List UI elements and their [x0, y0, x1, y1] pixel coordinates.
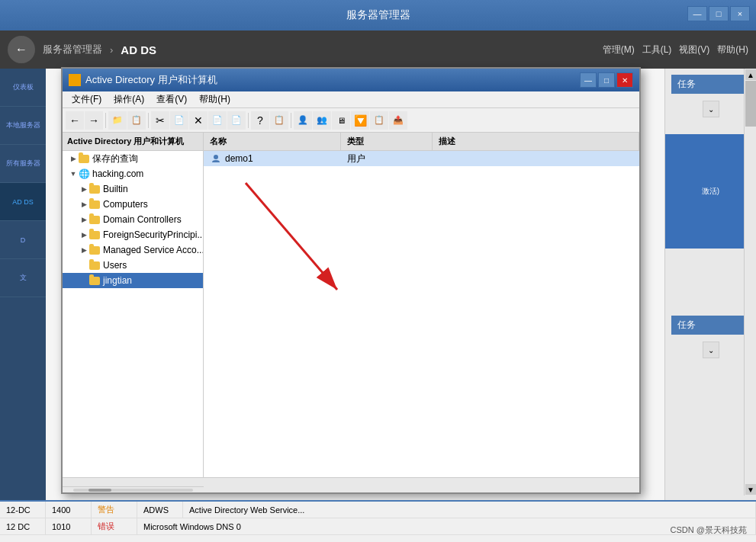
col-header-name[interactable]: 名称 [204, 133, 341, 150]
bg-vertical-scrollbar[interactable]: ▲ ▼ [744, 69, 756, 495]
row-name-demo1: demo1 [204, 152, 341, 165]
tree-label-jingtian: jingtian [103, 275, 132, 286]
toolbar-paste[interactable]: 📄 [170, 111, 188, 130]
svg-point-0 [214, 155, 218, 159]
status-row-1: 12-DC 1400 警告 ADWS Active Directory Web … [0, 502, 756, 518]
tree-icon-domain-controllers [88, 213, 101, 226]
bg-close-button[interactable]: × [730, 6, 750, 21]
ad-minimize-button[interactable]: — [580, 72, 597, 88]
tree-label-managed-service: Managed Service Acco... [103, 245, 204, 255]
scrollbar-up[interactable]: ▲ [745, 69, 756, 80]
watermark: CSDN @景天科技苑 [671, 524, 747, 536]
scrollbar-thumb-bg[interactable] [745, 81, 756, 127]
ad-title-left: Active Directory 用户和计算机 [69, 73, 217, 87]
status-cell-1010: 1010 [46, 518, 92, 534]
toolbar-copy[interactable]: 📋 [127, 111, 146, 130]
toolbar-sep-4 [291, 113, 291, 128]
bg-maximize-button[interactable]: □ [709, 6, 729, 21]
sidebar-item-ad[interactable]: AD DS [0, 183, 46, 221]
bg-window-controls: — □ × [687, 6, 750, 21]
toolbar-add-computer[interactable]: 🖥 [332, 111, 350, 130]
ad-maximize-button[interactable]: □ [598, 72, 615, 88]
server-manager-title: 服务器管理器 [346, 8, 410, 22]
menu-view[interactable]: 查看(V) [150, 91, 193, 107]
bg-minimize-button[interactable]: — [687, 6, 707, 21]
toolbar-sep-3 [248, 113, 249, 128]
nav-tools[interactable]: 工具(L) [642, 43, 672, 56]
back-button[interactable]: ← [8, 36, 35, 63]
tree-icon-builtin [88, 183, 101, 195]
sidebar-item-all[interactable]: 所有服务器 [0, 145, 46, 183]
toolbar-back[interactable]: ← [66, 111, 84, 130]
sidebar-item-local[interactable]: 本地服务器 [0, 107, 46, 145]
sidebar-item-dns[interactable]: D [0, 221, 46, 259]
ad-dialog-title-bar: Active Directory 用户和计算机 — □ ✕ [63, 69, 639, 91]
ad-tree-panel: Active Directory 用户和计算机 ▶ 保存的查询 ▼ 🌐 hack… [63, 133, 204, 477]
tree-expand-users [79, 261, 88, 270]
col-header-type[interactable]: 类型 [341, 133, 433, 150]
status-cell-warning: 警告 [92, 502, 137, 518]
toolbar-add-group[interactable]: 👥 [313, 111, 331, 130]
tree-label-builtin: Builtin [103, 184, 128, 194]
tree-expand-computers[interactable]: ▶ [79, 200, 88, 209]
tree-expand-managed-service[interactable]: ▶ [79, 245, 88, 255]
tree-item-foreign-security[interactable]: ▶ ForeignSecurityPrincipi... [63, 227, 203, 242]
sidebar-item-file[interactable]: 文 [0, 259, 46, 297]
tree-icon-users [88, 259, 101, 271]
task-expand-top[interactable]: ⌄ [703, 101, 719, 117]
tree-item-computers[interactable]: ▶ Computers [63, 197, 203, 212]
sidebar-item-dashboard[interactable]: 仪表板 [0, 69, 46, 107]
toolbar-cut[interactable]: ✂ [151, 111, 169, 130]
tree-item-saved-queries[interactable]: ▶ 保存的查询 [63, 151, 203, 166]
toolbar-filter[interactable]: 🔽 [351, 111, 369, 130]
tree-label-saved-queries: 保存的查询 [92, 152, 138, 165]
nav-view[interactable]: 视图(V) [679, 43, 709, 56]
toolbar-sync[interactable]: 📋 [370, 111, 388, 130]
toolbar-properties[interactable]: 📄 [208, 111, 227, 130]
table-row[interactable]: demo1 用户 [204, 151, 639, 166]
toolbar-forward[interactable]: → [85, 111, 103, 130]
nav-adds: AD DS [121, 43, 156, 56]
toolbar-help[interactable]: ? [251, 111, 269, 130]
nav-manage[interactable]: 管理(M) [603, 43, 635, 56]
tree-expand-builtin[interactable]: ▶ [79, 184, 88, 194]
tree-header: Active Directory 用户和计算机 [63, 133, 203, 151]
toolbar-find[interactable]: 📋 [270, 111, 288, 130]
status-cell-dc: 12-DC [0, 502, 46, 518]
tree-expand-saved-queries[interactable]: ▶ [69, 154, 78, 163]
menu-help[interactable]: 帮助(H) [193, 91, 236, 107]
scrollbar-down[interactable]: ▼ [745, 484, 756, 495]
status-cell-error: 错误 [92, 518, 137, 534]
tree-expand-hacking-com[interactable]: ▼ [69, 169, 78, 178]
tree-item-builtin[interactable]: ▶ Builtin [63, 181, 203, 197]
tree-item-hacking-com[interactable]: ▼ 🌐 hacking.com [63, 166, 203, 181]
tree-item-jingtian[interactable]: jingtian [63, 273, 203, 288]
tree-item-managed-service[interactable]: ▶ Managed Service Acco... [63, 242, 203, 258]
server-manager-nav-bar: ← 服务器管理器 › AD DS 管理(M) 工具(L) 视图(V) 帮助(H) [0, 30, 756, 69]
status-row-2: 12 DC 1010 错误 Microsoft Windows DNS 0 [0, 518, 756, 535]
toolbar-up-folder[interactable]: 📁 [108, 111, 127, 130]
tree-icon-hacking-com: 🌐 [78, 168, 90, 180]
toolbar-rename[interactable]: 📄 [227, 111, 246, 130]
toolbar-add-user[interactable]: 👤 [294, 111, 312, 130]
ad-close-button[interactable]: ✕ [616, 72, 633, 88]
task-label-bottom: 任务 [671, 316, 750, 335]
ad-dialog: Active Directory 用户和计算机 — □ ✕ 文件(F) 操作(A… [61, 67, 641, 494]
tree-expand-domain-controllers[interactable]: ▶ [79, 215, 88, 224]
toolbar-export[interactable]: 📤 [389, 111, 407, 130]
tree-item-domain-controllers[interactable]: ▶ Domain Controllers [63, 212, 203, 227]
menu-file[interactable]: 文件(F) [66, 91, 108, 107]
tree-item-users[interactable]: Users [63, 258, 203, 273]
col-header-desc[interactable]: 描述 [433, 133, 639, 150]
ad-title-icon [69, 74, 81, 86]
menu-action[interactable]: 操作(A) [108, 91, 150, 107]
nav-help[interactable]: 帮助(H) [717, 43, 748, 56]
task-expand-bottom[interactable]: ⌄ [703, 342, 719, 358]
ad-toolbar: ← → 📁 📋 ✂ 📄 ✕ 📄 📄 ? 📋 👤 👥 🖥 🔽 📋 📤 [63, 108, 639, 133]
bg-status-bar: 12-DC 1400 警告 ADWS Active Directory Web … [0, 500, 756, 542]
task-panel-top: 任务 ⌄ [665, 69, 756, 127]
tree-icon-saved-queries [78, 152, 90, 165]
toolbar-delete[interactable]: ✕ [189, 111, 207, 130]
tree-expand-foreign-security[interactable]: ▶ [79, 230, 88, 239]
tree-label-computers: Computers [103, 199, 148, 210]
